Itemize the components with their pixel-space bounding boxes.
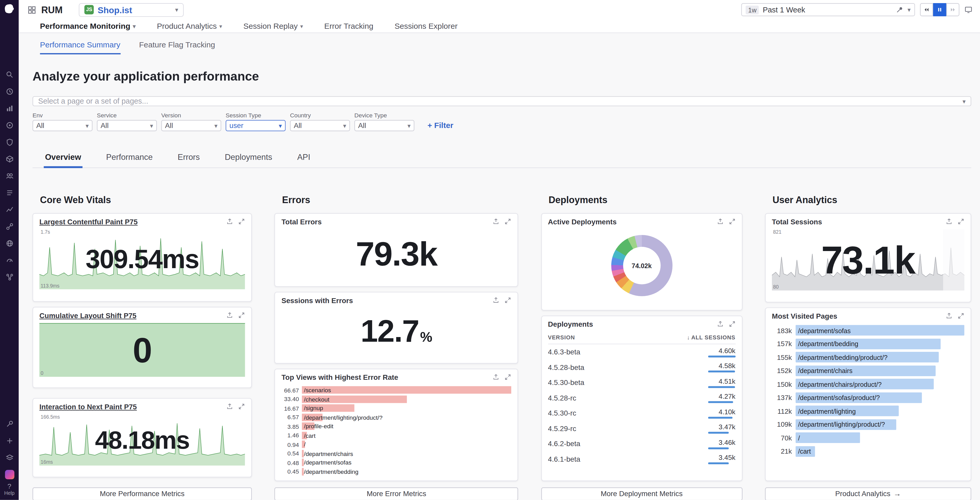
nav-performance-monitoring[interactable]: Performance Monitoring▾ [40, 22, 135, 30]
time-range-picker[interactable]: 1w Past 1 Week ▾ [741, 3, 915, 16]
active-deployments-donut-chart[interactable]: 74.02k [611, 235, 672, 296]
export-icon[interactable] [717, 321, 724, 327]
help-button[interactable]: ? Help [4, 483, 14, 497]
pin-icon[interactable] [896, 6, 904, 14]
visited-page-row[interactable]: 157k/department/bedding [772, 338, 964, 349]
forward-button[interactable] [946, 3, 959, 16]
tab-api[interactable]: API [296, 150, 312, 168]
more-error-metrics-button[interactable]: More Error Metrics [275, 487, 519, 500]
nav-product-analytics[interactable]: Product Analytics▾ [157, 22, 222, 30]
expand-icon[interactable] [504, 374, 512, 381]
expand-icon[interactable] [729, 218, 736, 225]
filter-version-select[interactable]: All▾ [161, 120, 221, 131]
filter-env-select[interactable]: All▾ [32, 120, 92, 131]
history-icon[interactable] [1, 83, 18, 100]
error-bar-row[interactable]: 0.48/department/sofas [282, 459, 512, 466]
product-analytics-button[interactable]: Product Analytics → [765, 487, 971, 500]
more-deployment-metrics-button[interactable]: More Deployment Metrics [541, 487, 742, 500]
error-bar-row[interactable]: 16.67/signup [282, 405, 512, 412]
export-icon[interactable] [493, 374, 500, 381]
tab-feature-flag-tracking[interactable]: Feature Flag Tracking [139, 41, 215, 54]
deployment-row[interactable]: 4.5.29-rc3.47k [548, 421, 735, 436]
deployment-row[interactable]: 4.6.2-beta3.46k [548, 436, 735, 452]
apm-icon[interactable] [1, 201, 18, 217]
inp-timeseries-chart[interactable]: 166.5ms 16ms 48.18ms [40, 414, 245, 465]
expand-icon[interactable] [958, 313, 964, 319]
metric-title[interactable]: Interaction to Next Paint P75 [40, 403, 137, 411]
tab-overview[interactable]: Overview [44, 150, 83, 168]
chevron-down-icon[interactable]: ▾ [907, 6, 910, 13]
expand-icon[interactable] [238, 403, 245, 410]
ci-pipeline-icon[interactable] [1, 269, 18, 285]
visited-page-row[interactable]: 112k/department/lighting [772, 405, 964, 416]
toolbox-icon[interactable] [1, 416, 18, 432]
nav-session-replay[interactable]: Session Replay▾ [243, 22, 303, 30]
expand-icon[interactable] [238, 218, 245, 225]
filter-session-type-select[interactable]: user▾ [226, 120, 286, 131]
filter-device-type-select[interactable]: All▾ [355, 120, 415, 131]
monitors-icon[interactable] [1, 252, 18, 268]
metrics-icon[interactable] [1, 100, 18, 116]
expand-icon[interactable] [958, 218, 964, 225]
error-bar-row[interactable]: 0.45/department/bedding [282, 468, 512, 475]
total-sessions-chart[interactable]: 821 80 73.1k [772, 229, 964, 290]
lcp-timeseries-chart[interactable]: 1.7s 113.9ms 309.54ms [40, 229, 245, 289]
pause-button[interactable] [933, 3, 946, 16]
metric-title[interactable]: Total Sessions [772, 218, 822, 225]
export-icon[interactable] [945, 218, 953, 225]
tab-performance-summary[interactable]: Performance Summary [40, 41, 120, 54]
add-filter-button[interactable]: + Filter [428, 121, 453, 131]
infrastructure-icon[interactable] [1, 151, 18, 167]
visited-page-row[interactable]: 155k/department/bedding/product/? [772, 352, 964, 362]
deployment-row[interactable]: 4.6.3-beta4.60k [548, 344, 735, 360]
error-bar-row[interactable]: 3.85/profile-edit [282, 422, 512, 430]
deployment-row[interactable]: 4.5.28-rc4.27k [548, 390, 735, 405]
export-icon[interactable] [226, 403, 233, 410]
more-performance-metrics-button[interactable]: More Performance Metrics [32, 487, 252, 500]
metric-title[interactable]: Top Views with Highest Error Rate [282, 374, 398, 381]
visited-page-row[interactable]: 150k/department/chairs/product/? [772, 379, 964, 389]
error-bar-row[interactable]: 1.46/cart [282, 431, 512, 439]
column-header-all-sessions[interactable]: ↓ ALL SESSIONS [687, 334, 735, 340]
expand-icon[interactable] [504, 297, 512, 304]
security-icon[interactable] [1, 134, 18, 150]
error-bar-row[interactable]: 0.54/department/chairs [282, 449, 512, 457]
metric-title[interactable]: Active Deployments [548, 218, 616, 225]
filter-country-select[interactable]: All▾ [290, 120, 350, 131]
tab-performance[interactable]: Performance [105, 150, 154, 168]
export-icon[interactable] [226, 312, 233, 319]
page-select-input[interactable]: Select a page or a set of pages... ▾ [32, 96, 971, 106]
metric-title[interactable]: Total Errors [282, 218, 321, 225]
metric-title[interactable]: Cumulative Layout Shift P75 [40, 312, 137, 319]
nav-error-tracking[interactable]: Error Tracking [324, 22, 373, 30]
nav-sessions-explorer[interactable]: Sessions Explorer [395, 22, 458, 30]
fullscreen-icon[interactable] [964, 6, 972, 14]
rum-product-icon[interactable] [1, 466, 18, 483]
visited-page-row[interactable]: 137k/department/sofas/product/? [772, 392, 964, 403]
deployment-row[interactable]: 4.5.28-beta4.58k [548, 360, 735, 375]
export-icon[interactable] [493, 218, 500, 225]
visited-page-row[interactable]: 183k/department/sofas [772, 325, 964, 335]
export-icon[interactable] [945, 313, 953, 319]
export-icon[interactable] [493, 297, 500, 304]
metric-title[interactable]: Largest Contentful Paint P75 [40, 218, 138, 225]
deployment-row[interactable]: 4.5.30-rc4.10k [548, 405, 735, 421]
org-icon[interactable] [1, 167, 18, 184]
export-icon[interactable] [226, 218, 233, 225]
expand-icon[interactable] [504, 218, 512, 225]
deployment-row[interactable]: 4.6.1-beta3.45k [548, 452, 735, 467]
rewind-button[interactable] [920, 3, 933, 16]
visited-page-row[interactable]: 21k/cart [772, 446, 964, 457]
column-header-version[interactable]: VERSION [548, 334, 575, 340]
synthetics-icon[interactable] [1, 235, 18, 251]
cls-timeseries-chart[interactable]: 0 0 [40, 323, 245, 377]
tab-errors[interactable]: Errors [177, 150, 201, 168]
error-bar-row[interactable]: 66.67/scenarios [282, 386, 512, 394]
error-bar-row[interactable]: 6.57/department/lighting/product/? [282, 413, 512, 421]
layers-icon[interactable] [1, 449, 18, 465]
filter-service-select[interactable]: All▾ [97, 120, 157, 131]
metric-title[interactable]: Most Visited Pages [772, 313, 837, 320]
tab-deployments[interactable]: Deployments [224, 150, 274, 168]
add-icon[interactable] [1, 432, 18, 449]
error-bar-row[interactable]: 0.94/ [282, 440, 512, 448]
